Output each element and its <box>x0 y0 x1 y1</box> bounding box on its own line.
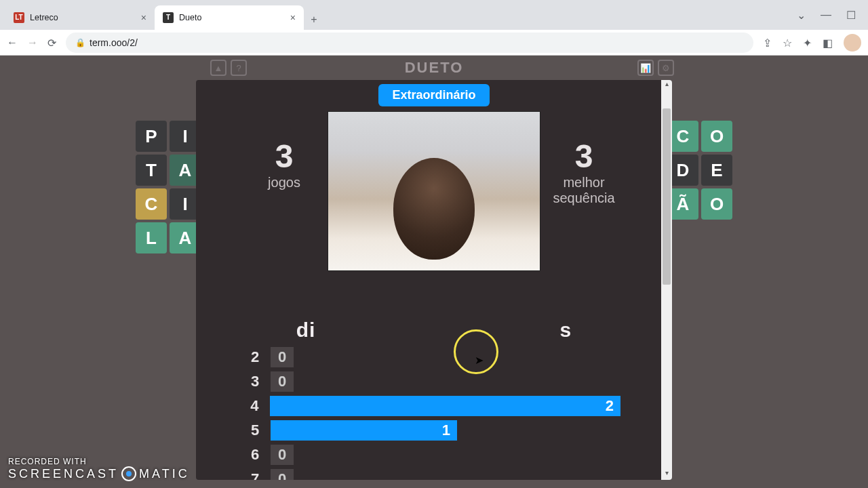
lock-icon: 🔒 <box>75 38 85 47</box>
watermark-logo-icon <box>121 466 136 481</box>
dist-label: 3 <box>248 373 262 390</box>
star-icon[interactable]: ☆ <box>783 37 792 49</box>
scroll-down-icon[interactable]: ▾ <box>661 469 672 480</box>
game-area: ▲ ? DUETO 📊 ⚙ PITACILA CODEÃO ZXVBNM ENT… <box>0 56 868 488</box>
tab-letreco[interactable]: LT Letreco × <box>5 5 155 30</box>
window-controls: ⌄ — ☐ <box>797 0 868 30</box>
share-icon[interactable]: ⇪ <box>763 37 772 49</box>
tab-dueto[interactable]: T Dueto × <box>155 5 304 30</box>
stat-best-streak: 3 melhorsequência <box>536 138 631 206</box>
dist-label: 5 <box>248 422 262 439</box>
new-tab-button[interactable]: + <box>304 9 324 30</box>
dist-bar: 1 <box>271 420 457 441</box>
dist-bar: 0 <box>271 371 294 392</box>
chevron-down-icon[interactable]: ⌄ <box>797 9 806 22</box>
tab-strip: LT Letreco × T Dueto × + ⌄ — ☐ <box>0 0 868 30</box>
extensions-icon[interactable]: ✦ <box>803 37 812 49</box>
stat-games-value: 3 <box>237 138 332 175</box>
dist-row: 70 <box>248 468 620 480</box>
dist-label: 4 <box>248 397 262 415</box>
stat-games-label: jogos <box>237 175 332 190</box>
scroll-thumb[interactable] <box>663 108 671 285</box>
url-text: term.ooo/2/ <box>90 37 138 48</box>
maximize-icon[interactable]: ☐ <box>846 9 856 22</box>
dist-row: 60 <box>248 443 620 466</box>
dist-label: 7 <box>248 470 262 480</box>
close-icon[interactable]: × <box>141 12 146 23</box>
recorder-watermark: RECORDED WITH SCREENCAST MATIC <box>8 457 190 481</box>
forward-button[interactable]: → <box>27 37 38 49</box>
watermark-line1: RECORDED WITH <box>8 457 190 466</box>
modal-scrollbar[interactable]: ▴ ▾ <box>661 80 672 480</box>
dist-row: 42 <box>248 394 620 418</box>
close-icon[interactable]: × <box>290 12 296 23</box>
url-input[interactable]: 🔒 term.ooo/2/ <box>66 33 753 53</box>
dist-label: 6 <box>248 446 262 464</box>
dist-bar: 0 <box>271 469 294 480</box>
dist-row: 20 <box>248 346 620 369</box>
distribution-heading: di stribuição de tentativa s <box>196 319 672 342</box>
watermark-brand-b: MATIC <box>139 467 190 481</box>
dist-bar: 0 <box>271 445 294 465</box>
dist-title-prefix: di <box>296 319 316 341</box>
tab-favicon: LT <box>14 12 24 23</box>
minimize-icon[interactable]: — <box>821 9 831 21</box>
dist-bar: 0 <box>271 347 294 367</box>
tab-title: Letreco <box>30 13 137 22</box>
address-bar: ← → ⟳ 🔒 term.ooo/2/ ⇪ ☆ ✦ ◧ <box>0 30 868 56</box>
distribution-list: 203042516070💀0 <box>196 342 672 480</box>
tab-favicon: T <box>163 12 174 23</box>
dist-bar: 2 <box>270 396 620 416</box>
stat-streak-label: melhorsequência <box>536 175 631 206</box>
result-badge: Extraordinário <box>378 84 489 106</box>
stat-games: 3 jogos <box>237 138 332 190</box>
dist-row: 30 <box>248 370 620 393</box>
scroll-up-icon[interactable]: ▴ <box>661 80 672 91</box>
reload-button[interactable]: ⟳ <box>47 37 56 49</box>
stat-streak-value: 3 <box>536 138 631 175</box>
webcam-overlay <box>328 111 540 271</box>
dist-row: 51 <box>248 419 620 442</box>
profile-avatar[interactable] <box>844 34 861 52</box>
tab-title: Dueto <box>179 13 286 22</box>
dist-label: 2 <box>248 348 262 366</box>
dist-title-suffix: s <box>560 319 572 341</box>
back-button[interactable]: ← <box>7 37 18 49</box>
watermark-brand-a: SCREENCAST <box>8 467 119 481</box>
side-panel-icon[interactable]: ◧ <box>823 37 833 49</box>
browser-chrome: LT Letreco × T Dueto × + ⌄ — ☐ ← → ⟳ 🔒 t… <box>0 0 868 56</box>
